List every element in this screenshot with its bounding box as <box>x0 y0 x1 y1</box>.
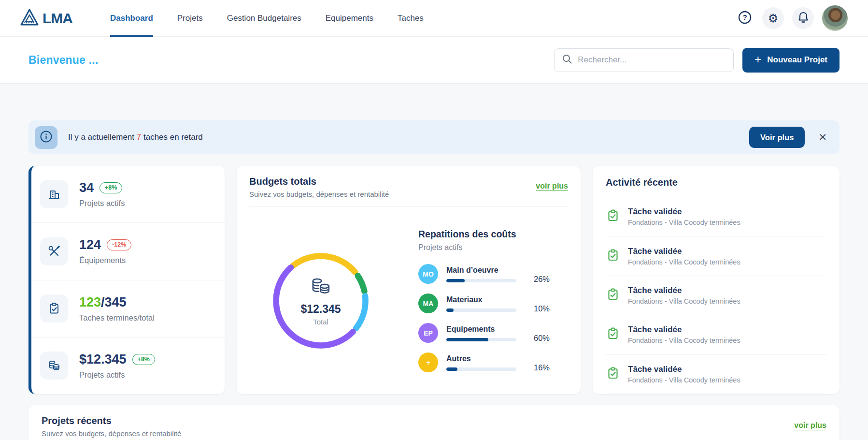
budgets-card: Budgets totals Suivez vos budgets, dépen… <box>237 166 581 394</box>
gear-icon: ⚙ <box>768 13 779 24</box>
budgets-title: Budgets totals <box>249 176 389 187</box>
stat-label: Projets actifs <box>79 370 155 380</box>
banner-message: Il y a actuellement 7 taches en retard <box>68 132 203 142</box>
recent-projects-title: Projets récents <box>42 415 181 426</box>
welcome-text: Bienvenue ... <box>28 54 98 67</box>
app-logo[interactable]: LMA <box>19 7 72 29</box>
legend-percent: 16% <box>525 363 550 372</box>
stat-taches: 123/345 Taches termines/total <box>31 280 225 337</box>
stat-trend-badge: -12% <box>107 239 131 250</box>
new-project-label: Nouveau Projet <box>767 55 827 65</box>
stat-label: Projets actifs <box>79 199 125 208</box>
activity-item: Tâche validée Fondations - Villa Cocody … <box>606 315 826 354</box>
info-icon <box>40 130 53 145</box>
stat-label: Équipements <box>79 256 131 265</box>
task-validated-icon <box>606 326 620 343</box>
budgets-voir-plus-link[interactable]: voir plus <box>536 182 568 191</box>
kpi-stats-card: 34 +8% Projets actifs <box>28 166 225 394</box>
legend-percent: 10% <box>525 304 550 313</box>
logo-triangle-icon <box>19 7 40 29</box>
activity-item: Tâche validée Fondations - Villa Cocody … <box>606 236 826 276</box>
progress-bar <box>446 367 516 371</box>
progress-bar <box>446 338 516 341</box>
legend-row-main-doeuvre: MO Main d’oeuvre 26% <box>418 264 550 284</box>
task-validated-icon <box>606 366 620 382</box>
recent-projects-subtitle: Suivez vos budgets, dépenses et rentabil… <box>42 429 181 438</box>
progress-bar <box>446 308 516 312</box>
recent-projects-card: Projets récents Suivez vos budgets, dépe… <box>28 405 840 440</box>
legend-badge: MO <box>418 264 438 284</box>
search-icon <box>562 54 572 66</box>
activity-item-subtitle: Fondations - Villa Cocody terminées <box>628 337 740 344</box>
welcome-bar: Bienvenue ... + Nouveau Projet <box>0 37 868 84</box>
activity-item-subtitle: Fondations - Villa Cocody terminées <box>628 376 740 384</box>
cost-breakdown-legend: Repatitions des coûts Projets actifs MO … <box>418 229 550 372</box>
legend-title: Repatitions des coûts <box>418 229 550 240</box>
notifications-button[interactable] <box>792 7 814 29</box>
nav-item-equipements[interactable]: Equipements <box>326 0 373 37</box>
info-icon-tile <box>35 126 57 149</box>
activity-title: Activité récente <box>606 177 826 188</box>
top-nav: LMA Dashboard Projets Gestion Budgetaire… <box>0 0 868 37</box>
progress-bar <box>446 279 516 282</box>
legend-row-autres: + Autres 16% <box>418 352 550 372</box>
nav-item-projets[interactable]: Projets <box>177 0 203 37</box>
coins-icon <box>40 352 68 380</box>
banner-close-button[interactable]: ✕ <box>815 130 830 145</box>
stat-projets-actifs: 34 +8% Projets actifs <box>31 166 225 223</box>
activity-item: Tâche validée Fondations - Villa Cocody … <box>606 276 826 315</box>
legend-badge: + <box>418 352 438 372</box>
activity-item-subtitle: Fondations - Villa Cocody terminées <box>628 258 740 266</box>
search-input[interactable] <box>578 55 726 65</box>
nav-item-gestion-budgetaires[interactable]: Gestion Budgetaires <box>227 0 301 37</box>
activity-item-title: Tâche validée <box>628 207 740 217</box>
search-box[interactable] <box>554 48 734 72</box>
logo-text: LMA <box>43 10 72 27</box>
legend-row-materiaux: MA Materiaux 10% <box>418 293 550 313</box>
recent-projects-voir-plus-link[interactable]: voir plus <box>794 421 826 430</box>
banner-voir-plus-button[interactable]: Voir plus <box>749 127 805 148</box>
stat-trend-badge: +8% <box>100 182 122 193</box>
activity-item: Tâche validée Fondations - Villa Cocody … <box>606 197 826 236</box>
legend-badge: EP <box>418 323 438 343</box>
building-icon <box>40 180 68 208</box>
stat-value: 34 <box>79 180 94 195</box>
legend-subtitle: Projets actifs <box>418 243 550 252</box>
budgets-subtitle: Suivez vos budgets, dépenses et rentabil… <box>249 190 389 198</box>
task-validated-icon <box>606 287 620 304</box>
task-validated-icon <box>606 208 620 225</box>
legend-percent: 26% <box>525 275 550 284</box>
close-icon: ✕ <box>818 132 827 143</box>
new-project-button[interactable]: + Nouveau Projet <box>742 48 840 73</box>
task-validated-icon <box>606 248 620 264</box>
nav-item-dashboard[interactable]: Dashboard <box>110 0 153 37</box>
plus-icon: + <box>754 54 761 65</box>
legend-label: Main d’oeuvre <box>446 266 516 275</box>
activity-item-title: Tâche validée <box>628 325 740 335</box>
settings-button[interactable]: ⚙ <box>762 7 784 29</box>
help-button[interactable]: ? <box>736 7 754 29</box>
stat-value: $12.345 <box>79 352 127 367</box>
stat-equipements: 124 -12% Équipements <box>31 223 225 280</box>
legend-label: Autres <box>446 354 516 363</box>
legend-label: Materiaux <box>446 295 516 304</box>
clipboard-check-icon <box>40 294 68 323</box>
legend-row-equipements: EP Equipements 60% <box>418 323 550 343</box>
activity-item: Tâche validée Fondations - Villa Cocody … <box>606 355 826 394</box>
stat-value: 124 <box>79 237 101 252</box>
recent-activity-card: Activité récente Tâche validée Fondation… <box>593 166 840 394</box>
donut-total-label: Total <box>313 318 328 326</box>
nav-item-taches[interactable]: Taches <box>398 0 424 37</box>
legend-percent: 60% <box>525 334 550 343</box>
user-avatar[interactable] <box>822 5 848 31</box>
tools-icon <box>40 237 68 265</box>
help-icon: ? <box>738 10 752 26</box>
activity-item-title: Tâche validée <box>628 247 740 256</box>
stat-budget: $12.345 +8% Projets actifs <box>31 337 225 394</box>
dashboard-main: Il y a actuellement 7 taches en retard V… <box>0 120 868 440</box>
overdue-tasks-banner: Il y a actuellement 7 taches en retard V… <box>28 120 840 154</box>
activity-item-title: Tâche validée <box>628 365 740 374</box>
stat-label: Taches termines/total <box>79 313 155 323</box>
bell-icon <box>797 11 809 25</box>
donut-chart: $12.345 Total <box>270 249 372 352</box>
